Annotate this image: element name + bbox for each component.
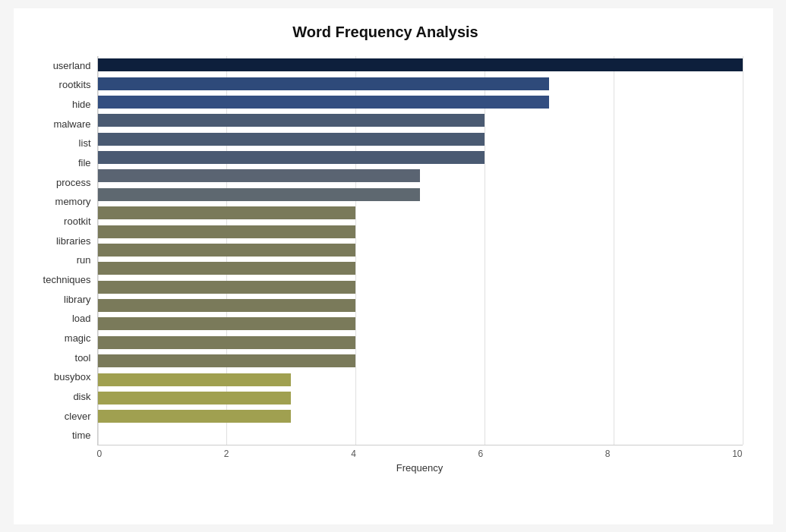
bar-row [98,315,743,333]
bar [98,225,356,238]
bar-row [98,333,743,351]
chart-container: Word Frequency Analysis userlandrootkits… [14,8,773,524]
bar-row [98,167,743,185]
y-label: hide [29,95,97,115]
bar [98,96,549,109]
bar [98,392,292,405]
chart-area: userlandrootkitshidemalwarelistfileproce… [29,56,743,474]
y-label: library [29,289,97,309]
bar [98,133,485,146]
bar-rows-container [98,56,743,445]
bar-row [98,185,743,203]
bar-row [98,93,743,111]
bar [98,58,743,71]
y-label: load [29,309,97,329]
bars-section: userlandrootkitshidemalwarelistfileproce… [29,56,743,445]
y-label: process [29,172,97,192]
y-label: tool [29,348,97,367]
y-label: rootkit [29,212,97,231]
y-label: userland [29,56,97,76]
x-axis: 0246810 [97,449,743,459]
y-label: busybox [29,367,97,387]
bar-row [98,352,743,370]
grid-line [743,56,743,445]
x-axis-label: Frequency [97,462,743,474]
bar-row [98,74,743,93]
y-label: run [29,250,97,270]
bar-row [98,241,743,259]
x-tick: 2 [224,449,229,459]
bar-row [98,370,743,389]
bar [98,206,356,219]
bar [98,188,421,201]
y-label: magic [29,329,97,348]
bar [98,77,549,90]
bar [98,151,485,164]
y-label: rootkits [29,75,97,95]
bar-row [98,56,743,74]
y-label: memory [29,192,97,212]
y-label: techniques [29,270,97,290]
y-label: clever [29,406,97,426]
bar-row [98,389,743,407]
bar-row [98,278,743,296]
bar [98,262,356,275]
y-label: file [29,153,97,173]
x-tick: 6 [478,449,483,459]
bar [98,410,292,423]
bar [98,336,356,349]
y-labels: userlandrootkitshidemalwarelistfileproce… [29,56,97,445]
bar [98,281,356,294]
x-tick: 8 [605,449,611,459]
bar [98,299,356,312]
x-tick: 10 [732,449,742,459]
bar [98,114,485,127]
y-label: disk [29,387,97,407]
bar [98,244,356,257]
plot-area [97,56,743,445]
bar-row [98,408,743,426]
x-tick: 4 [351,449,356,459]
bar-row [98,260,743,278]
bar [98,354,356,367]
y-label: time [29,426,97,445]
bar-row [98,222,743,241]
x-tick: 0 [97,449,103,459]
bar [98,373,292,386]
bar-row [98,148,743,166]
y-label: list [29,134,97,153]
chart-title: Word Frequency Analysis [29,24,743,41]
bar-row [98,296,743,314]
bar-row [98,130,743,148]
bar [98,169,421,182]
bar-row [98,204,743,222]
y-label: libraries [29,231,97,250]
y-label: malware [29,114,97,134]
bar [98,317,356,330]
bar-row [98,112,743,130]
